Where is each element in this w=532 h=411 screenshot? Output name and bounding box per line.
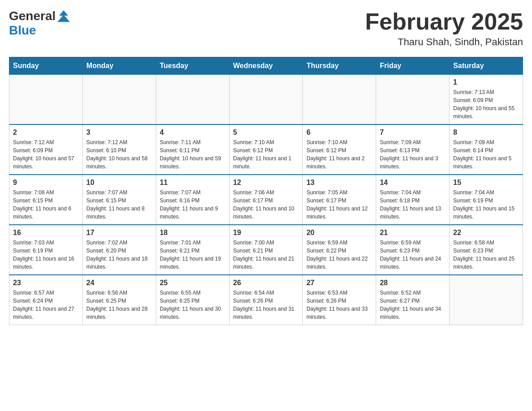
logo-general-text: General [9, 9, 56, 23]
calendar-cell [229, 75, 303, 125]
calendar-week-row: 1Sunrise: 7:13 AMSunset: 6:09 PMDaylight… [9, 75, 523, 125]
day-sun-info: Sunrise: 6:55 AMSunset: 6:25 PMDaylight:… [160, 289, 226, 321]
month-title: February 2025 [365, 9, 523, 34]
day-sun-info: Sunrise: 7:10 AMSunset: 6:12 PMDaylight:… [233, 138, 299, 171]
day-number: 15 [453, 179, 519, 187]
day-sun-info: Sunrise: 7:13 AMSunset: 6:09 PMDaylight:… [453, 88, 519, 120]
day-sun-info: Sunrise: 7:05 AMSunset: 6:17 PMDaylight:… [306, 188, 372, 221]
day-number: 17 [86, 229, 152, 237]
calendar-cell: 4Sunrise: 7:11 AMSunset: 6:11 PMDaylight… [156, 124, 229, 175]
day-sun-info: Sunrise: 6:53 AMSunset: 6:26 PMDaylight:… [306, 289, 372, 321]
calendar-header-row: SundayMondayTuesdayWednesdayThursdayFrid… [9, 57, 523, 75]
day-sun-info: Sunrise: 7:08 AMSunset: 6:15 PMDaylight:… [13, 188, 79, 221]
calendar-day-header: Thursday [303, 57, 376, 75]
day-number: 10 [86, 179, 152, 187]
calendar-cell: 2Sunrise: 7:12 AMSunset: 6:09 PMDaylight… [9, 124, 83, 175]
day-sun-info: Sunrise: 7:01 AMSunset: 6:21 PMDaylight:… [160, 239, 226, 271]
day-sun-info: Sunrise: 7:07 AMSunset: 6:16 PMDaylight:… [160, 188, 226, 221]
logo: General Blue [9, 9, 70, 38]
calendar-week-row: 2Sunrise: 7:12 AMSunset: 6:09 PMDaylight… [9, 124, 523, 175]
day-number: 18 [160, 229, 226, 237]
day-sun-info: Sunrise: 7:00 AMSunset: 6:21 PMDaylight:… [233, 239, 299, 271]
calendar-week-row: 16Sunrise: 7:03 AMSunset: 6:19 PMDayligh… [9, 225, 523, 275]
day-number: 6 [306, 128, 372, 137]
day-sun-info: Sunrise: 7:10 AMSunset: 6:12 PMDaylight:… [306, 138, 372, 171]
calendar-cell: 22Sunrise: 6:58 AMSunset: 6:23 PMDayligh… [450, 225, 523, 275]
day-number: 27 [306, 279, 372, 287]
calendar-cell: 12Sunrise: 7:06 AMSunset: 6:17 PMDayligh… [229, 175, 303, 225]
day-number: 26 [233, 279, 299, 287]
calendar-cell: 9Sunrise: 7:08 AMSunset: 6:15 PMDaylight… [9, 175, 83, 225]
day-number: 25 [160, 279, 226, 287]
day-number: 14 [380, 179, 446, 187]
day-number: 4 [160, 128, 226, 137]
day-number: 11 [160, 179, 226, 187]
day-sun-info: Sunrise: 6:52 AMSunset: 6:27 PMDaylight:… [380, 289, 446, 321]
calendar-cell: 8Sunrise: 7:09 AMSunset: 6:14 PMDaylight… [450, 124, 523, 175]
calendar-table: SundayMondayTuesdayWednesdayThursdayFrid… [9, 57, 523, 325]
calendar-cell [450, 275, 523, 325]
day-number: 22 [453, 229, 519, 237]
calendar-week-row: 23Sunrise: 6:57 AMSunset: 6:24 PMDayligh… [9, 275, 523, 325]
day-number: 23 [13, 279, 79, 287]
calendar-cell: 18Sunrise: 7:01 AMSunset: 6:21 PMDayligh… [156, 225, 229, 275]
calendar-cell: 10Sunrise: 7:07 AMSunset: 6:15 PMDayligh… [82, 175, 156, 225]
calendar-cell: 25Sunrise: 6:55 AMSunset: 6:25 PMDayligh… [156, 275, 229, 325]
calendar-cell: 28Sunrise: 6:52 AMSunset: 6:27 PMDayligh… [376, 275, 450, 325]
calendar-day-header: Monday [82, 57, 156, 75]
day-sun-info: Sunrise: 7:02 AMSunset: 6:20 PMDaylight:… [86, 239, 152, 271]
calendar-day-header: Friday [376, 57, 450, 75]
logo-blue-text: Blue [9, 23, 36, 38]
day-number: 8 [453, 128, 519, 137]
calendar-cell: 17Sunrise: 7:02 AMSunset: 6:20 PMDayligh… [82, 225, 156, 275]
calendar-cell: 3Sunrise: 7:12 AMSunset: 6:10 PMDaylight… [82, 124, 156, 175]
calendar-cell: 23Sunrise: 6:57 AMSunset: 6:24 PMDayligh… [9, 275, 83, 325]
day-sun-info: Sunrise: 7:11 AMSunset: 6:11 PMDaylight:… [160, 138, 226, 171]
calendar-cell [9, 75, 83, 125]
day-number: 12 [233, 179, 299, 187]
day-sun-info: Sunrise: 7:04 AMSunset: 6:19 PMDaylight:… [453, 188, 519, 221]
day-number: 28 [380, 279, 446, 287]
calendar-cell: 26Sunrise: 6:54 AMSunset: 6:26 PMDayligh… [229, 275, 303, 325]
day-sun-info: Sunrise: 7:04 AMSunset: 6:18 PMDaylight:… [380, 188, 446, 221]
calendar-cell: 14Sunrise: 7:04 AMSunset: 6:18 PMDayligh… [376, 175, 450, 225]
calendar-cell: 1Sunrise: 7:13 AMSunset: 6:09 PMDaylight… [450, 75, 523, 125]
day-number: 2 [13, 128, 79, 137]
page-header: General Blue February 2025 Tharu Shah, S… [9, 9, 523, 48]
day-number: 24 [86, 279, 152, 287]
day-sun-info: Sunrise: 7:03 AMSunset: 6:19 PMDaylight:… [13, 239, 79, 271]
day-sun-info: Sunrise: 6:58 AMSunset: 6:23 PMDaylight:… [453, 239, 519, 271]
day-number: 19 [233, 229, 299, 237]
calendar-week-row: 9Sunrise: 7:08 AMSunset: 6:15 PMDaylight… [9, 175, 523, 225]
calendar-day-header: Saturday [450, 57, 523, 75]
day-number: 13 [306, 179, 372, 187]
calendar-day-header: Sunday [9, 57, 83, 75]
calendar-cell: 7Sunrise: 7:09 AMSunset: 6:13 PMDaylight… [376, 124, 450, 175]
calendar-cell: 20Sunrise: 6:59 AMSunset: 6:22 PMDayligh… [303, 225, 376, 275]
title-section: February 2025 Tharu Shah, Sindh, Pakista… [365, 9, 523, 48]
calendar-day-header: Tuesday [156, 57, 229, 75]
calendar-cell [156, 75, 229, 125]
day-sun-info: Sunrise: 6:57 AMSunset: 6:24 PMDaylight:… [13, 289, 79, 321]
day-sun-info: Sunrise: 7:09 AMSunset: 6:14 PMDaylight:… [453, 138, 519, 171]
day-number: 21 [380, 229, 446, 237]
day-number: 16 [13, 229, 79, 237]
day-number: 20 [306, 229, 372, 237]
day-sun-info: Sunrise: 7:09 AMSunset: 6:13 PMDaylight:… [380, 138, 446, 171]
calendar-cell: 27Sunrise: 6:53 AMSunset: 6:26 PMDayligh… [303, 275, 376, 325]
calendar-day-header: Wednesday [229, 57, 303, 75]
day-sun-info: Sunrise: 6:54 AMSunset: 6:26 PMDaylight:… [233, 289, 299, 321]
calendar-cell: 19Sunrise: 7:00 AMSunset: 6:21 PMDayligh… [229, 225, 303, 275]
calendar-cell: 11Sunrise: 7:07 AMSunset: 6:16 PMDayligh… [156, 175, 229, 225]
day-sun-info: Sunrise: 7:12 AMSunset: 6:09 PMDaylight:… [13, 138, 79, 171]
day-sun-info: Sunrise: 6:59 AMSunset: 6:22 PMDaylight:… [306, 239, 372, 271]
calendar-cell: 21Sunrise: 6:59 AMSunset: 6:23 PMDayligh… [376, 225, 450, 275]
day-number: 3 [86, 128, 152, 137]
day-number: 7 [380, 128, 446, 137]
calendar-cell: 5Sunrise: 7:10 AMSunset: 6:12 PMDaylight… [229, 124, 303, 175]
calendar-cell: 15Sunrise: 7:04 AMSunset: 6:19 PMDayligh… [450, 175, 523, 225]
calendar-cell: 6Sunrise: 7:10 AMSunset: 6:12 PMDaylight… [303, 124, 376, 175]
day-sun-info: Sunrise: 6:59 AMSunset: 6:23 PMDaylight:… [380, 239, 446, 271]
day-number: 5 [233, 128, 299, 137]
calendar-cell: 16Sunrise: 7:03 AMSunset: 6:19 PMDayligh… [9, 225, 83, 275]
